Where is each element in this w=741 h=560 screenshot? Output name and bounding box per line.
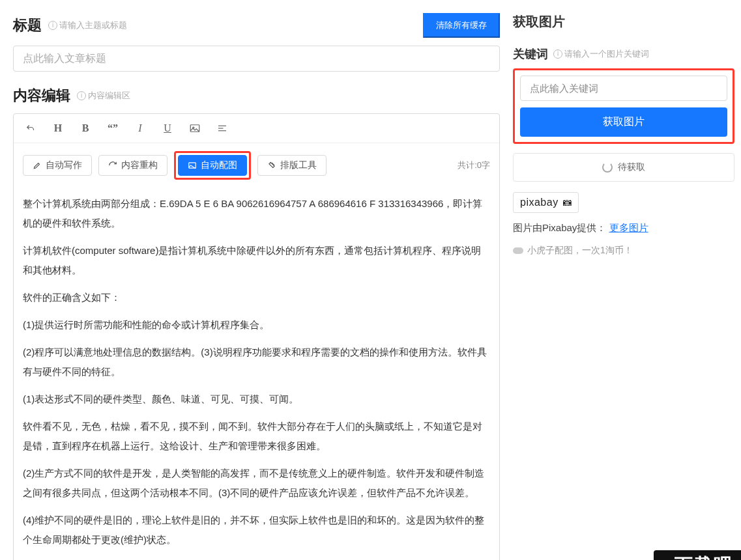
pending-status: 待获取	[513, 153, 734, 182]
undo-icon[interactable]	[23, 120, 38, 136]
image-icon[interactable]	[187, 120, 203, 136]
content-paragraph: (1)提供运行时所需功能和性能的命令或计算机程序集合。	[23, 315, 490, 335]
title-header: 标题 i 请输入主题或标题 清除所有缓存	[13, 13, 500, 38]
keyword-hint: i 请输入一个图片关键词	[553, 48, 649, 60]
char-count: 共计:0字	[458, 160, 490, 171]
fetch-image-button[interactable]: 获取图片	[520, 107, 727, 137]
layout-tool-button[interactable]: 排版工具	[257, 155, 327, 176]
auto-image-button[interactable]: 自动配图	[178, 155, 247, 176]
formatting-toolbar: H B “” I U	[14, 114, 499, 143]
content-paragraph: (2)生产方式不同的软件是开发，是人类智能的高发挥，而不是传统意义上的硬件制造。…	[23, 464, 490, 503]
pixabay-badge: pixabay 📷︎	[513, 192, 579, 213]
bold-icon[interactable]: B	[78, 120, 93, 136]
title-hint: i 请输入主题或标题	[48, 20, 127, 31]
camera-icon: 📷︎	[562, 197, 572, 208]
info-icon: i	[553, 49, 562, 59]
cloud-icon	[513, 247, 523, 254]
content-heading: 内容编辑	[13, 86, 70, 105]
more-images-link[interactable]: 更多图片	[609, 222, 648, 233]
clear-cache-button[interactable]: 清除所有缓存	[423, 13, 500, 38]
italic-icon[interactable]: I	[132, 120, 148, 136]
quote-icon[interactable]: “”	[105, 120, 121, 136]
title-heading: 标题	[13, 16, 42, 35]
editor-box: H B “” I U 自动写作 内容重构	[13, 113, 500, 560]
content-paragraph: 软件看不见，无色，枯燥，看不见，摸不到，闻不到。软件大部分存在于人们的头脑或纸上…	[23, 417, 490, 456]
content-paragraph: (2)程序可以满意地处理信息的数据结构。(3)说明程序功能要求和程序需要的文档的…	[23, 343, 490, 382]
content-paragraph: (4)维护不同的硬件是旧的，理论上软件是旧的，并不坏，但实际上软件也是旧的和坏的…	[23, 511, 490, 550]
align-left-icon[interactable]	[214, 120, 230, 136]
site-watermark: 下载吧 www.xiazaiba.com	[654, 550, 741, 560]
restructure-button[interactable]: 内容重构	[98, 155, 167, 176]
content-header: 内容编辑 i 内容编辑区	[13, 86, 500, 105]
content-paragraph: 整个计算机系统由两部分组成：E.69DA 5 E 6 BA 9062616964…	[23, 194, 490, 233]
content-area[interactable]: 整个计算机系统由两部分组成：E.69DA 5 E 6 BA 9062616964…	[14, 188, 499, 560]
promo-text: 小虎子配图，一次1淘币！	[513, 245, 734, 257]
content-hint: i 内容编辑区	[77, 90, 130, 102]
info-icon: i	[77, 91, 86, 100]
image-credit: 图片由Pixabay提供： 更多图片	[513, 222, 734, 234]
content-paragraph: (1)表达形式不同的硬件类型、颜色、味道、可见、可摸、可闻。	[23, 389, 490, 409]
underline-icon[interactable]: U	[160, 120, 175, 136]
content-paragraph: 计算机软件(computer software)是指计算机系统中除硬件以外的所有…	[23, 241, 490, 280]
auto-write-button[interactable]: 自动写作	[23, 155, 92, 176]
info-icon: i	[48, 21, 57, 30]
action-toolbar: 自动写作 内容重构 自动配图 排版工具 共计:0字	[14, 143, 499, 188]
svg-rect-5	[189, 163, 196, 168]
keyword-input[interactable]	[520, 76, 727, 101]
article-title-input[interactable]	[13, 46, 500, 72]
keyword-label: 关键词	[513, 46, 548, 62]
content-paragraph: 软件的正确含义如下：	[23, 288, 490, 307]
loading-icon	[602, 162, 613, 173]
auto-image-highlight: 自动配图	[174, 151, 251, 180]
image-panel-heading: 获取图片	[513, 13, 734, 31]
heading-icon[interactable]: H	[50, 120, 66, 136]
keyword-box-highlight: 获取图片	[513, 68, 734, 144]
